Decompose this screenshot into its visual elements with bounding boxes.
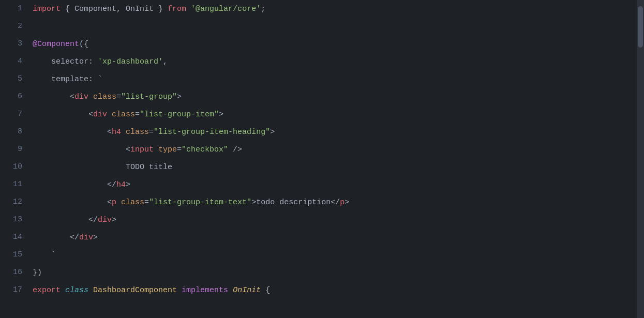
line-number-6: 6 <box>0 88 22 105</box>
scrollbar[interactable] <box>637 0 644 318</box>
line-number-14: 14 <box>0 229 22 246</box>
line-number-7: 7 <box>0 105 22 123</box>
token: = <box>149 128 154 137</box>
code-line-16: }) <box>28 264 644 281</box>
code-line-2 <box>28 18 644 35</box>
token: </ <box>33 216 98 224</box>
token: , <box>163 57 168 66</box>
token: "list-group-item" <box>140 110 219 119</box>
token: < <box>33 93 74 101</box>
token: "list-group" <box>121 93 177 101</box>
token: > <box>270 128 275 137</box>
line-number-5: 5 <box>0 70 22 88</box>
scrollbar-thumb[interactable] <box>638 6 643 48</box>
line-numbers: 1234567891011121314151617 <box>0 0 28 318</box>
token: class <box>112 110 135 119</box>
code-line-8: <h4 class="list-group-item-heading"> <box>28 123 644 141</box>
token: implements <box>182 286 228 295</box>
token: from <box>168 5 186 13</box>
token: </ <box>331 198 340 207</box>
token <box>88 93 93 101</box>
code-line-13: </div> <box>28 211 644 229</box>
token: p <box>340 198 345 207</box>
code-line-17: export class DashboardComponent implemen… <box>28 281 644 299</box>
token: </ <box>33 233 79 242</box>
token: div <box>79 233 93 242</box>
token: /> <box>228 145 242 154</box>
code-line-3: @Component({ <box>28 35 644 53</box>
token: > <box>93 233 98 242</box>
token: : <box>88 75 98 84</box>
line-number-1: 1 <box>0 0 22 18</box>
token: class <box>65 286 88 295</box>
code-line-10: TODO title <box>28 158 644 176</box>
token: div <box>74 93 88 101</box>
token: DashboardComponent <box>93 286 177 295</box>
code-line-7: <div class="list-group-item"> <box>28 105 644 123</box>
line-number-16: 16 <box>0 264 22 281</box>
token <box>177 286 182 295</box>
line-number-15: 15 <box>0 246 22 264</box>
line-number-17: 17 <box>0 281 22 299</box>
token: > <box>219 110 223 119</box>
code-line-4: selector: 'xp-dashboard', <box>28 53 644 70</box>
token: h4 <box>116 180 126 189</box>
code-line-11: </h4> <box>28 176 644 193</box>
token: = <box>116 93 121 101</box>
token: @Component <box>33 40 79 49</box>
token: div <box>93 110 107 119</box>
code-editor: 1234567891011121314151617 import { Compo… <box>0 0 644 318</box>
token: "list-group-item-text" <box>149 198 251 207</box>
token: < <box>33 128 112 137</box>
code-content: import { Component, OnInit } from '@angu… <box>28 0 644 318</box>
line-number-8: 8 <box>0 123 22 141</box>
token: < <box>33 145 130 154</box>
token: { <box>61 5 74 13</box>
token <box>186 5 191 13</box>
token: ({ <box>79 40 88 49</box>
token: { <box>261 286 270 295</box>
token: < <box>33 198 112 207</box>
token: template <box>33 75 88 84</box>
token: } <box>154 5 168 13</box>
token: div <box>98 216 112 224</box>
token: class <box>126 128 149 137</box>
token: = <box>135 110 140 119</box>
token: Component, OnInit <box>74 5 154 13</box>
token: = <box>144 198 149 207</box>
token: "checkbox" <box>182 145 228 154</box>
token: TODO title <box>33 163 172 172</box>
token: ` <box>33 251 56 260</box>
token: p <box>112 198 116 207</box>
token <box>107 110 112 119</box>
token: todo description <box>256 198 331 207</box>
token: > <box>345 198 349 207</box>
code-line-6: <div class="list-group"> <box>28 88 644 105</box>
token <box>228 286 233 295</box>
line-number-13: 13 <box>0 211 22 229</box>
code-line-14: </div> <box>28 229 644 246</box>
token: OnInit <box>233 286 261 295</box>
token: "list-group-item-heading" <box>154 128 270 137</box>
token <box>88 286 93 295</box>
line-number-12: 12 <box>0 193 22 211</box>
token: h4 <box>112 128 121 137</box>
code-line-15: ` <box>28 246 644 264</box>
line-number-10: 10 <box>0 158 22 176</box>
token: ` <box>98 75 102 84</box>
token: = <box>177 145 182 154</box>
token: }) <box>33 268 42 277</box>
token <box>116 198 121 207</box>
line-number-9: 9 <box>0 141 22 158</box>
token: import <box>33 5 61 13</box>
token: selector <box>33 57 88 66</box>
token <box>61 286 65 295</box>
token: < <box>33 110 93 119</box>
token: : <box>88 57 98 66</box>
token: > <box>126 180 130 189</box>
token: > <box>112 216 116 224</box>
line-number-4: 4 <box>0 53 22 70</box>
token: input <box>130 145 154 154</box>
token: > <box>251 198 256 207</box>
token <box>154 145 158 154</box>
